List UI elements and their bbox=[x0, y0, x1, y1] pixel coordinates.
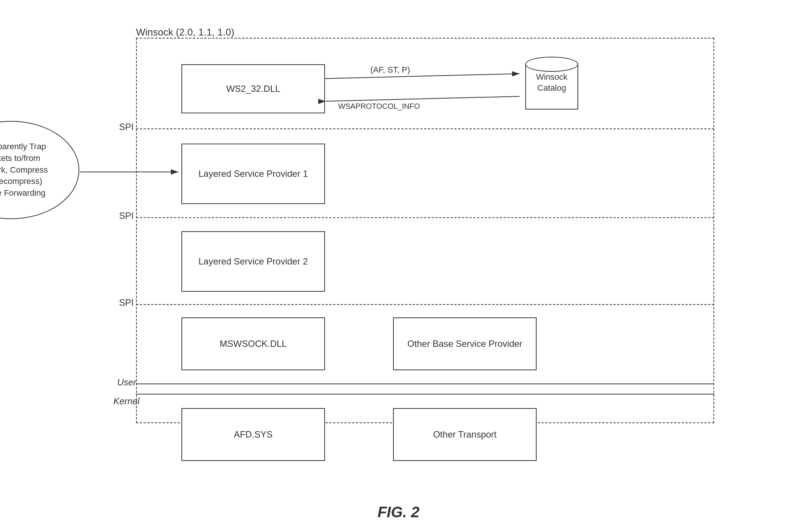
user-line bbox=[136, 384, 714, 384]
ws2-dll-box: WS2_32.DLL bbox=[181, 64, 325, 113]
mswsock-box: MSWSOCK.DLL bbox=[181, 317, 325, 370]
spi-line-3 bbox=[136, 304, 714, 305]
spi-label-1: SPI bbox=[119, 122, 134, 132]
spi-label-2: SPI bbox=[119, 210, 134, 221]
kernel-line bbox=[136, 394, 714, 394]
lsp1-box: Layered Service Provider 1 bbox=[181, 144, 325, 204]
diagram-container: Winsock (2.0, 1.1, 1.0) WS2_32.DLL SPI L… bbox=[106, 15, 748, 506]
spi-line-1 bbox=[136, 128, 714, 129]
winsock-label: Winsock (2.0, 1.1, 1.0) bbox=[136, 26, 234, 38]
winsock-catalog: WinsockCatalog bbox=[522, 57, 582, 113]
spi-label-3: SPI bbox=[119, 297, 134, 308]
user-label: User bbox=[117, 377, 136, 388]
kernel-label: Kernel bbox=[113, 396, 139, 407]
cylinder-top bbox=[525, 57, 578, 72]
afd-sys-box: AFD.SYS bbox=[181, 408, 325, 461]
fig-label: FIG. 2 bbox=[378, 504, 419, 521]
other-transport-box: Other Transport bbox=[393, 408, 537, 461]
trap-oval: Transparently Trap Packets to/from Netwo… bbox=[0, 121, 79, 219]
lsp2-box: Layered Service Provider 2 bbox=[181, 231, 325, 292]
other-base-box: Other Base Service Provider bbox=[393, 317, 537, 370]
trap-oval-text: Transparently Trap Packets to/from Netwo… bbox=[0, 141, 48, 199]
spi-line-2 bbox=[136, 217, 714, 218]
cylinder-text: WinsockCatalog bbox=[525, 72, 578, 93]
